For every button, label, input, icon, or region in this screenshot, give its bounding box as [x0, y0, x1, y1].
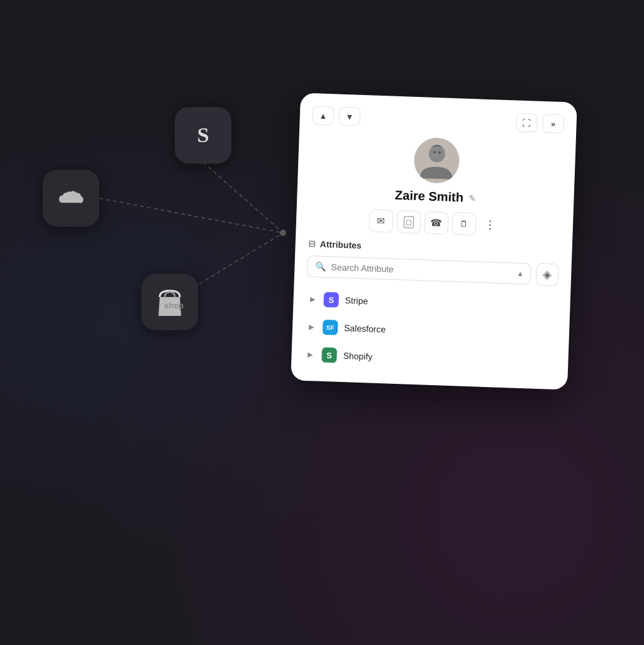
chevron-right-icon: ▶	[309, 295, 314, 303]
salesforce-logo: SF	[323, 320, 338, 335]
user-name: Zaire Smith	[395, 188, 464, 205]
attributes-section: ⊟ Attributes 🔍 ▲ ◈ ▶ S Stripe ▶ SF	[304, 238, 560, 377]
stripe-name: Stripe	[345, 295, 368, 306]
add-attribute-icon: ◈	[543, 267, 552, 281]
more-icon: ⋮	[484, 218, 496, 232]
expand-icon: ⛶	[522, 118, 531, 128]
salesforce-app-icon[interactable]	[43, 170, 99, 227]
notes-icon: 🗒	[460, 219, 469, 228]
shopify-logo: S	[321, 347, 337, 363]
chat-icon: □	[404, 216, 414, 228]
search-icon: 🔍	[315, 261, 326, 272]
attributes-header: ⊟ Attributes	[308, 238, 559, 257]
chevron-right-icon: ▶	[309, 323, 314, 331]
shopify-app-icon[interactable]: shop	[142, 274, 198, 330]
nav-up-button[interactable]: ▲	[312, 106, 334, 125]
email-icon: ✉	[377, 215, 386, 227]
svg-text:shop: shop	[164, 301, 184, 310]
search-attribute-input[interactable]	[331, 262, 523, 279]
edit-name-icon[interactable]: ✎	[469, 193, 477, 203]
user-name-row: Zaire Smith ✎	[395, 188, 477, 205]
search-bar-container: 🔍 ▲	[307, 255, 531, 284]
nav-down-button[interactable]: ▼	[338, 107, 360, 126]
shopify-name: Shopify	[343, 351, 372, 362]
add-attribute-button[interactable]: ◈	[536, 263, 559, 286]
chevron-right-icon: ▶	[308, 351, 313, 359]
chat-button[interactable]: □	[396, 210, 421, 233]
forward-button[interactable]: »	[542, 114, 564, 133]
card-top-right-actions: ⛶ »	[516, 113, 564, 133]
phone-button[interactable]: ☎	[424, 211, 448, 234]
avatar	[413, 137, 460, 184]
integrations-list: ▶ S Stripe ▶ SF Salesforce ▶ S Shopify	[304, 285, 558, 377]
expand-button[interactable]: ⛶	[516, 113, 538, 132]
attributes-section-icon: ⊟	[308, 238, 316, 249]
user-avatar-section: Zaire Smith ✎ ✉ □ ☎ 🗒 ⋮	[309, 133, 564, 238]
forward-icon: »	[551, 119, 556, 128]
stripe-letter: S	[197, 123, 209, 147]
avatar-image	[413, 137, 460, 184]
user-profile-card: ▲ ▼ ⛶ » Zaire Smith	[291, 93, 577, 390]
salesforce-name: Salesforce	[344, 323, 386, 334]
shopify-bag-icon: shop	[155, 286, 185, 318]
stripe-app-icon[interactable]: S	[175, 107, 231, 164]
phone-icon: ☎	[430, 217, 443, 229]
notes-button[interactable]: 🗒	[452, 212, 476, 235]
collapse-arrow-icon[interactable]: ▲	[516, 269, 524, 278]
more-options-button[interactable]: ⋮	[479, 213, 500, 237]
stripe-logo: S	[323, 292, 339, 308]
svg-line-1	[203, 162, 283, 233]
attributes-label: Attributes	[319, 239, 362, 250]
svg-line-0	[99, 198, 283, 233]
cloud-icon	[57, 189, 85, 208]
search-row: 🔍 ▲ ◈	[307, 255, 559, 286]
action-icons-row: ✉ □ ☎ 🗒 ⋮	[369, 209, 500, 236]
email-button[interactable]: ✉	[369, 209, 393, 232]
svg-point-3	[280, 230, 286, 236]
